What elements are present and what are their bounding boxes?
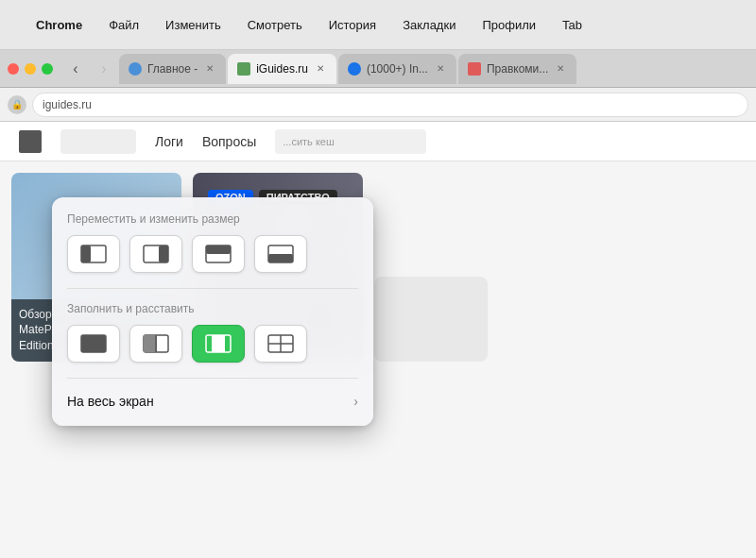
close-window-button[interactable] — [8, 63, 19, 75]
minimize-window-button[interactable] — [25, 63, 36, 75]
tab-label-2: iGuides.ru — [256, 62, 308, 76]
site-navigation: Логи Вопросы ...сить кеш — [0, 122, 756, 161]
menu-history[interactable]: История — [323, 16, 382, 34]
tab-label-1: Главное - — [147, 62, 198, 76]
fullscreen-label: На весь экран — [67, 394, 154, 409]
tab-close-4[interactable]: ✕ — [554, 62, 567, 76]
address-bar: 🔒 iguides.ru — [0, 88, 756, 122]
security-icon: 🔒 — [8, 95, 26, 114]
tab-bar: ‹ › Главное - ✕ iGuides.ru ✕ (1000+) In.… — [0, 50, 756, 88]
tab-iguides[interactable]: iGuides.ru ✕ — [228, 54, 336, 84]
article-card-3-partial[interactable] — [374, 277, 488, 362]
svg-rect-7 — [268, 254, 293, 262]
svg-rect-13 — [212, 335, 225, 352]
tab-label-4: Правкоми... — [487, 62, 548, 76]
tab-close-1[interactable]: ✕ — [203, 62, 216, 76]
resize-icons-row — [67, 235, 358, 273]
fill-grid-button[interactable] — [254, 325, 307, 363]
tab-pravkomi[interactable]: Правкоми... ✕ — [458, 54, 576, 84]
tab-label-3: (1000+) In... — [367, 62, 428, 76]
fill-half-active-button[interactable] — [192, 325, 245, 363]
svg-rect-5 — [206, 245, 231, 254]
layout-left-sidebar-button[interactable] — [67, 235, 120, 273]
fill-full-button[interactable] — [67, 325, 120, 363]
url-field[interactable]: iguides.ru — [32, 93, 748, 117]
layout-left-sidebar-icon — [80, 245, 107, 263]
site-nav-logi[interactable]: Логи — [155, 134, 183, 149]
popup-divider-2 — [67, 378, 358, 379]
svg-rect-10 — [144, 335, 157, 352]
menu-profiles[interactable]: Профили — [476, 16, 541, 34]
tab-favicon-3 — [348, 62, 361, 76]
fill-icons-row — [67, 325, 358, 363]
popup-divider — [67, 288, 358, 289]
forward-button[interactable]: › — [91, 56, 117, 82]
section1-title: Переместить и изменить размер — [67, 212, 358, 226]
tab-close-3[interactable]: ✕ — [434, 62, 447, 76]
tab-favicon-1 — [129, 62, 142, 76]
menu-chrome[interactable]: Chrome — [30, 16, 88, 34]
site-logo — [19, 130, 42, 153]
menu-tab[interactable]: Tab — [557, 16, 588, 34]
fill-grid-icon — [267, 334, 294, 353]
svg-rect-1 — [81, 245, 91, 262]
layout-right-sidebar-icon — [143, 245, 169, 263]
fullscreen-row[interactable]: На весь экран › — [67, 392, 358, 411]
layout-top-half-icon — [205, 245, 232, 263]
site-search[interactable] — [60, 129, 136, 154]
back-button[interactable]: ‹ — [62, 56, 89, 82]
tab-favicon-4 — [468, 62, 481, 76]
fill-left-icon — [143, 334, 169, 353]
layout-bottom-half-button[interactable] — [254, 235, 307, 273]
browser-content: Логи Вопросы ...сить кеш Обзор планшета … — [0, 122, 756, 558]
tab-glavnoe[interactable]: Главное - ✕ — [119, 54, 226, 84]
site-cache-search[interactable]: ...сить кеш — [275, 129, 426, 154]
maximize-window-button[interactable] — [42, 63, 53, 75]
menu-edit[interactable]: Изменить — [160, 16, 227, 34]
menu-file[interactable]: Файл — [103, 16, 145, 34]
layout-top-half-button[interactable] — [192, 235, 245, 273]
tab-inbox[interactable]: (1000+) In... ✕ — [338, 54, 456, 84]
fill-left-button[interactable] — [129, 325, 182, 363]
tab-favicon-2 — [237, 62, 250, 76]
fill-half-active-icon — [205, 334, 232, 353]
layout-right-sidebar-button[interactable] — [129, 235, 182, 273]
menu-bar: Chrome Файл Изменить Смотреть История За… — [0, 0, 756, 50]
menu-bookmarks[interactable]: Закладки — [397, 16, 461, 34]
menu-view[interactable]: Смотреть — [242, 16, 308, 34]
window-resize-popup: Переместить и изменить размер — [52, 197, 373, 426]
window-controls — [8, 63, 53, 75]
svg-rect-3 — [159, 245, 168, 262]
chevron-right-icon: › — [353, 394, 358, 409]
section2-title: Заполнить и расставить — [67, 302, 358, 315]
site-nav-voprosy[interactable]: Вопросы — [202, 134, 256, 149]
cache-label: ...сить кеш — [283, 136, 335, 147]
tab-close-2[interactable]: ✕ — [314, 62, 327, 76]
layout-bottom-half-icon — [267, 245, 294, 263]
fill-full-icon — [80, 334, 107, 353]
svg-rect-8 — [81, 335, 106, 352]
